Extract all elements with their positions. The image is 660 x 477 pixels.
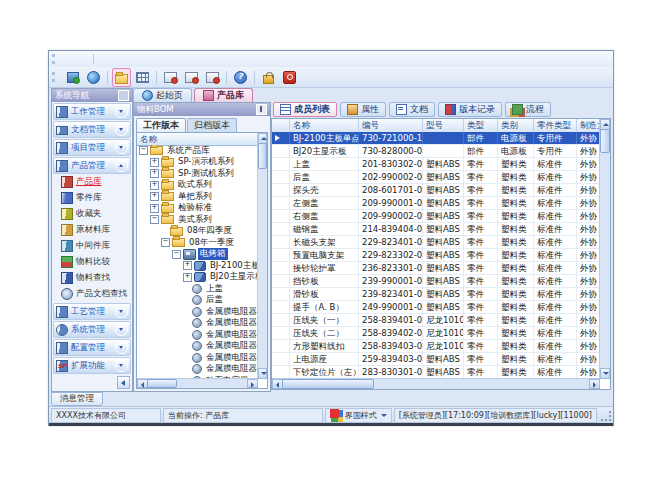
tree-expander-icon[interactable] <box>183 308 190 315</box>
scroll-right-icon[interactable] <box>247 379 258 388</box>
sidebar-item[interactable]: 物料比较 <box>52 254 132 270</box>
sidebar-item[interactable]: 中间件库 <box>52 238 132 254</box>
scroll-down-icon[interactable] <box>258 368 267 379</box>
tree-expander-icon[interactable] <box>161 228 168 235</box>
tree-node[interactable]: 金属膜电阻器 <box>137 352 258 364</box>
table-row[interactable]: 压线夹（二） 258-839402-00I 尼龙1010 零件 塑料类 标准件 … <box>272 327 600 340</box>
tree-expander-icon[interactable]: − <box>172 250 181 259</box>
menu-item[interactable] <box>93 54 94 64</box>
table-vertical-scrollbar[interactable] <box>599 119 610 379</box>
message-panel-tab[interactable]: 消息管理 <box>51 392 103 406</box>
members-tab[interactable]: 属性 <box>340 102 386 117</box>
chevron-down-icon[interactable] <box>115 141 128 154</box>
toolbar-button[interactable] <box>112 68 131 87</box>
chevron-down-icon[interactable] <box>115 105 128 118</box>
sidebar-item[interactable]: 配置管理 <box>53 339 131 356</box>
sidebar-item[interactable]: 收藏夹 <box>52 206 132 222</box>
tree-node[interactable]: 后盖 <box>137 295 258 307</box>
tree-expander-icon[interactable] <box>183 320 190 327</box>
bom-version-tab[interactable]: 归档版本 <box>187 118 237 132</box>
tree-expander-icon[interactable] <box>183 366 190 373</box>
menu-item[interactable] <box>97 58 111 60</box>
members-tab[interactable]: 成员列表 <box>273 102 337 117</box>
table-row[interactable]: 方形塑料线扣 258-839403-00I 尼龙1010 零件 塑料类 标准件 … <box>272 340 600 353</box>
tree-expander-icon[interactable]: − <box>161 238 170 247</box>
tree-expander-icon[interactable]: + <box>150 169 159 178</box>
table-row[interactable]: 预置电脑支架 229-823302-00I 塑料ABS 零件 塑料类 标准件 外… <box>272 249 600 262</box>
sidebar-item[interactable]: 系统管理 <box>53 321 131 338</box>
menu-item[interactable] <box>76 58 90 60</box>
table-row[interactable]: 左侧盖 209-990001-01I 塑料ABS 零件 塑料类 标准件 外协 条 <box>272 197 600 210</box>
tree-expander-icon[interactable]: − <box>139 146 148 155</box>
document-tab[interactable]: 产品库 <box>194 88 253 102</box>
table-row[interactable]: BJ20主显示板 730-828000-04I 部件 电源板 专用件 外协 颗 <box>272 145 600 158</box>
toolbar-button[interactable] <box>259 68 278 87</box>
table-row[interactable]: BJ-2100主板单点 730-721000-12I 部件 电源板 专用件 外协… <box>272 132 600 145</box>
chevron-down-icon[interactable] <box>115 323 128 336</box>
table-row[interactable]: 挡钞板 239-990001-01I 塑料ABS 零件 塑料类 标准件 外协 条 <box>272 275 600 288</box>
tree-node[interactable]: 金属膜电阻器 <box>137 318 258 330</box>
toolbar-button[interactable] <box>84 68 103 87</box>
menu-grip-handle[interactable] <box>52 54 58 64</box>
scroll-thumb[interactable] <box>600 129 610 153</box>
chevron-down-icon[interactable] <box>115 123 128 136</box>
tree-node[interactable]: + SP-演示机系列 <box>137 157 258 169</box>
tree-node[interactable]: 金属膜电阻器 <box>137 329 258 341</box>
sidebar-item[interactable]: 原材料库 <box>52 222 132 238</box>
sidebar-pin-icon[interactable] <box>118 90 129 101</box>
tree-expander-icon[interactable]: − <box>150 215 159 224</box>
document-tab[interactable]: 起始页 <box>133 88 192 102</box>
tree-node[interactable]: 金属膜电阻器 <box>137 341 258 353</box>
sidebar-item[interactable]: 工艺管理 <box>53 303 131 320</box>
tree-expander-icon[interactable] <box>183 354 190 361</box>
toolbar-button[interactable] <box>107 71 108 84</box>
tree-node[interactable]: + SP-测试机系列 <box>137 168 258 180</box>
sidebar-item[interactable]: 产品库 <box>52 174 132 190</box>
tree-expander-icon[interactable]: + <box>150 181 159 190</box>
scroll-thumb[interactable] <box>282 379 374 389</box>
table-row[interactable]: 上盖 201-830302-00I 塑料ABS 零件 塑料类 标准件 外协 条 <box>272 158 600 171</box>
sidebar-item[interactable]: 项目管理 <box>53 139 131 156</box>
toolbar-button[interactable] <box>161 68 180 87</box>
tree-expander-icon[interactable]: + <box>150 192 159 201</box>
tree-node[interactable]: + 检验标准 <box>137 203 258 215</box>
toolbar-button[interactable] <box>226 71 227 84</box>
column-header[interactable]: 类型 <box>464 119 498 132</box>
chevron-down-icon[interactable] <box>115 305 128 318</box>
scroll-thumb[interactable] <box>258 143 267 169</box>
column-header[interactable]: 零件类型 <box>534 119 577 132</box>
tree-vertical-scrollbar[interactable] <box>257 133 267 379</box>
toolbar-button[interactable] <box>182 68 201 87</box>
tree-expander-icon[interactable] <box>183 297 190 304</box>
sidebar-item[interactable]: 工作管理 <box>53 103 131 120</box>
sidebar-collapse-button[interactable] <box>117 376 130 389</box>
toolbar-button[interactable] <box>133 68 152 87</box>
table-row[interactable]: 滑钞板 239-823401-00I 塑料ABS 零件 塑料类 标准件 外协 条 <box>272 288 600 301</box>
resize-grip[interactable] <box>601 411 611 421</box>
tree-node[interactable]: − 08年一季度 <box>137 237 258 249</box>
tree-expander-icon[interactable] <box>183 285 190 292</box>
bom-version-tab[interactable]: 工作版本 <box>136 118 186 132</box>
tree-node[interactable]: − 电烤箱 <box>137 249 258 261</box>
menu-item[interactable] <box>111 58 125 60</box>
toolbar-button[interactable] <box>203 68 222 87</box>
sidebar-item[interactable]: 产品文档查找 <box>52 286 132 302</box>
tree-node[interactable]: + 单把系列 <box>137 191 258 203</box>
tree-node[interactable]: 金属膜电阻器 <box>137 306 258 318</box>
table-row[interactable]: 探头壳 208-601701-01I 塑料ABS 零件 塑料类 标准件 外协 条 <box>272 184 600 197</box>
table-row[interactable]: 压线夹（一） 258-839401-00I 尼龙1010 零件 塑料类 标准件 … <box>272 314 600 327</box>
tree-node[interactable]: 上盖 <box>137 283 258 295</box>
table-row[interactable]: 上电源座 259-839403-00I 塑料ABS 零件 塑料类 标准件 外协 … <box>272 353 600 366</box>
tree-node[interactable]: 08年四季度 <box>137 226 258 238</box>
tree-expander-icon[interactable]: + <box>150 204 159 213</box>
tree-expander-icon[interactable] <box>183 343 190 350</box>
table-row[interactable]: 磁钢盖 214-839404-01I 塑料ABS 零件 塑料类 标准件 外协 条 <box>272 223 600 236</box>
table-row[interactable]: 右侧盖 209-990002-01I 塑料ABS 零件 塑料类 标准件 外协 条 <box>272 210 600 223</box>
table-row[interactable]: 长磁头支架 229-823401-00I 塑料ABS 零件 塑料类 标准件 外协… <box>272 236 600 249</box>
table-row[interactable]: 后盖 202-990002-01I 塑料ABS 零件 塑料类 标准件 外协 条 <box>272 171 600 184</box>
interface-style-button[interactable]: 界面样式 <box>325 408 392 423</box>
tree-node[interactable]: + BJ-2100主板单点 <box>137 260 258 272</box>
table-horizontal-scrollbar[interactable] <box>272 378 600 389</box>
pin-icon[interactable] <box>256 104 267 115</box>
sidebar-item[interactable]: 产品管理 <box>53 157 131 174</box>
